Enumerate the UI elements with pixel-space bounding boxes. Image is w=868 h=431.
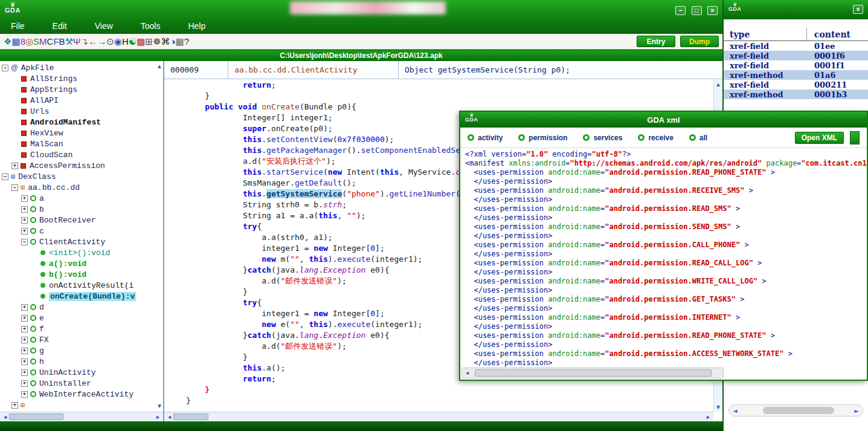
syntax-color-icon[interactable]: ☯ xyxy=(129,36,137,47)
radio-icon[interactable] xyxy=(583,134,590,141)
strings-icon[interactable]: S xyxy=(33,36,39,47)
expand-icon[interactable]: + xyxy=(21,304,28,311)
restore-button[interactable]: □ xyxy=(692,6,702,15)
fields-icon[interactable]: F xyxy=(53,36,59,47)
tree-hscrollbar[interactable]: ◄ ► xyxy=(0,412,163,421)
tree-item[interactable]: +BootReceiver xyxy=(0,215,155,225)
manifest-xml-view[interactable]: <?xml version="1.0" encoding="utf-8"?><m… xyxy=(460,148,867,368)
tree-item[interactable]: +⊞ xyxy=(0,400,155,410)
shortcut-icon[interactable]: ⌘ xyxy=(161,36,170,47)
scroll-left-icon[interactable]: ◄ xyxy=(733,407,738,414)
device-icon[interactable]: ☸ xyxy=(153,36,161,47)
xml-hscrollbar[interactable]: ◄ xyxy=(461,368,724,378)
grid-icon[interactable]: ▦ xyxy=(175,36,184,47)
filter-all[interactable]: all xyxy=(689,134,707,142)
scroll-right-icon[interactable]: ► xyxy=(854,407,859,414)
expand-icon[interactable]: + xyxy=(21,348,28,354)
xml-titlebar[interactable]: ♛ GDA GDA xml xyxy=(460,112,867,128)
tree-item[interactable]: a():void xyxy=(0,258,155,269)
stack-icon[interactable]: Ψ xyxy=(73,36,81,47)
expand-icon[interactable]: + xyxy=(21,315,28,322)
search-icon[interactable]: ◉ xyxy=(114,36,122,47)
minimize-button[interactable]: − xyxy=(675,6,686,15)
forward-icon[interactable]: → xyxy=(97,36,106,47)
patch-icon[interactable]: ⚒ xyxy=(65,36,73,47)
tree-scroll-down-icon[interactable]: ▼ xyxy=(156,403,162,409)
expand-icon[interactable]: + xyxy=(21,228,28,235)
expand-icon[interactable]: + xyxy=(21,326,28,332)
tree-item[interactable]: Urls xyxy=(0,106,155,117)
tree-item[interactable]: +h xyxy=(0,356,155,367)
tree-item[interactable]: +f xyxy=(0,323,155,334)
tree-item[interactable]: +e xyxy=(0,313,155,323)
xref-row[interactable]: xref-field0001f6 xyxy=(724,51,868,60)
tree-item[interactable]: AndroidManifest xyxy=(0,117,155,128)
bytecode-icon[interactable]: B xyxy=(59,36,65,47)
xref-scroll-thumb[interactable] xyxy=(763,407,834,414)
tree-item[interactable]: +b xyxy=(0,204,155,215)
expand-icon[interactable]: + xyxy=(21,369,28,376)
menu-item-view[interactable]: View xyxy=(95,21,113,31)
tree-item[interactable]: AllStrings xyxy=(0,73,155,84)
code-hscroll-thumb[interactable] xyxy=(173,413,208,420)
menu-item-edit[interactable]: Edit xyxy=(53,21,67,31)
expand-icon[interactable]: + xyxy=(21,206,28,213)
radio-icon[interactable] xyxy=(468,134,474,141)
xref-row[interactable]: xref-field000211 xyxy=(724,80,868,89)
back-icon[interactable]: ← xyxy=(88,36,97,47)
layout-icon[interactable]: ⊞ xyxy=(145,36,153,47)
tree-item[interactable]: +g xyxy=(0,345,155,356)
tree-scroll-up-icon[interactable]: ▲ xyxy=(156,63,162,70)
expand-icon[interactable]: + xyxy=(11,402,18,409)
tree-item[interactable]: −ClientActivity xyxy=(0,236,155,247)
titlebar[interactable]: ♛ GDA − □ × xyxy=(0,0,722,18)
goto-icon[interactable]: ↴ xyxy=(81,36,89,47)
menu-item-file[interactable]: File xyxy=(11,21,25,31)
radio-icon[interactable] xyxy=(638,134,645,141)
filter-receive[interactable]: receive xyxy=(638,134,673,142)
filter-services[interactable]: services xyxy=(583,134,622,142)
scroll-down-icon[interactable]: ▼ xyxy=(715,404,721,410)
radio-icon[interactable] xyxy=(689,134,696,141)
tree-item[interactable]: +Uninstaller xyxy=(0,378,155,389)
tree-item[interactable]: +a xyxy=(0,193,155,204)
tree-item[interactable]: +WebInterfaceActivity xyxy=(0,389,155,400)
entry-button[interactable]: Entry xyxy=(637,36,675,47)
xref-row[interactable]: xref-field0001f1 xyxy=(724,60,868,70)
tree-item[interactable]: AppStrings xyxy=(0,84,155,95)
xref-bottom-scrollbar[interactable]: ◄ ► xyxy=(728,404,863,416)
dump-button[interactable]: Dump xyxy=(680,36,719,47)
tree-item[interactable]: +FX xyxy=(0,334,155,345)
menu-item-help[interactable]: Help xyxy=(188,21,205,31)
scroll-right-icon[interactable]: ► xyxy=(154,414,162,420)
scroll-right-icon[interactable]: ► xyxy=(704,414,712,420)
tree-hscroll-thumb[interactable] xyxy=(9,413,63,420)
tree-item[interactable]: <init>():void xyxy=(0,247,155,258)
scroll-up-icon[interactable]: ▲ xyxy=(715,81,721,88)
tree-item[interactable]: −@ApkFile xyxy=(0,62,155,73)
close-button[interactable]: × xyxy=(707,6,718,15)
tree-item[interactable]: −⊞DexClass xyxy=(0,171,155,182)
xref-row[interactable]: xref-field01ee xyxy=(724,41,868,51)
tree-item[interactable]: +c xyxy=(0,225,155,236)
expand-icon[interactable]: + xyxy=(21,217,28,224)
save-icon[interactable]: ▦ xyxy=(11,36,20,47)
xml-scroll-thumb[interactable] xyxy=(475,369,712,377)
capture-icon[interactable]: ⊙ xyxy=(106,36,114,47)
tree-item[interactable]: b():void xyxy=(0,269,155,280)
scroll-left-icon[interactable]: ◄ xyxy=(1,414,9,420)
scroll-left-icon[interactable]: ◄ xyxy=(166,414,173,420)
xref-titlebar[interactable]: ♛ GDA × xyxy=(724,0,868,19)
expand-icon[interactable]: + xyxy=(21,380,28,387)
tree-item[interactable]: onActivityResult(i xyxy=(0,280,155,291)
tree-item[interactable]: onCreate(Bundle):v xyxy=(0,291,155,302)
apk-icon[interactable]: ❖ xyxy=(4,36,11,47)
radio-icon[interactable] xyxy=(518,134,525,141)
tree-item[interactable]: +AccessPermission xyxy=(0,160,155,171)
tree-item[interactable]: MalScan xyxy=(0,138,155,149)
collapse-icon[interactable]: − xyxy=(21,239,28,245)
cut-off-button[interactable] xyxy=(850,131,860,144)
color-grid-icon[interactable]: ▩ xyxy=(137,36,145,47)
filter-activity[interactable]: activity xyxy=(468,134,503,142)
expand-icon[interactable]: + xyxy=(21,337,28,343)
